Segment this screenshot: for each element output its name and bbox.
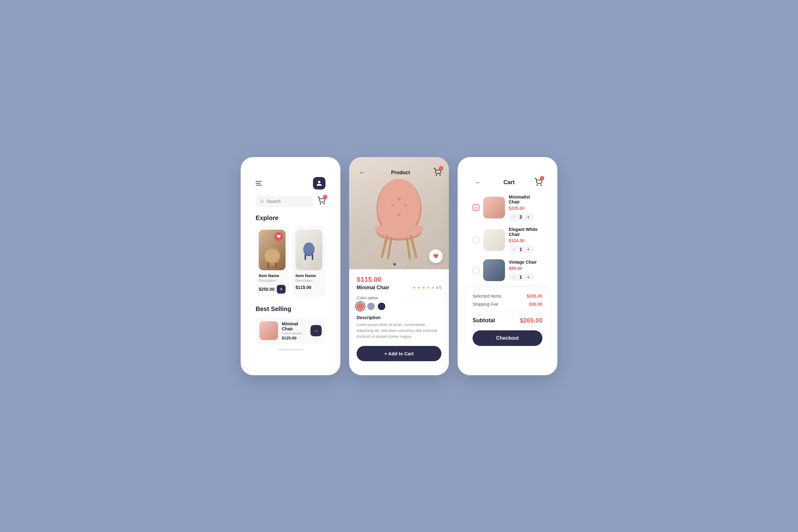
cart-item-3-price: $89.00 [509, 266, 543, 271]
back-button[interactable]: ← [357, 167, 368, 178]
description-text: Lorem ipsum dolor sit amet, consectetuer… [357, 322, 441, 340]
best-item-1[interactable]: Minimal Chair Lorem Ipsum $125.00 → [255, 318, 325, 344]
cart-summary: Selected Items $235.00 Shipping Fee $30.… [465, 287, 550, 356]
explore-card-1[interactable]: Item Name Description $250.00 + [255, 227, 289, 297]
svg-point-9 [304, 243, 314, 254]
favorite-button-1[interactable] [274, 232, 283, 241]
cart-back-button[interactable]: ← [473, 177, 484, 188]
color-section: Color option [357, 296, 441, 310]
svg-point-16 [397, 197, 401, 201]
cart-header-icon[interactable]: 0 [534, 178, 543, 187]
home-screen: 0 Explore [241, 157, 340, 375]
qty-decrease-1[interactable]: - [512, 214, 516, 220]
qty-value-3: 1 [518, 274, 524, 280]
checkout-button[interactable]: Checkout [473, 330, 543, 346]
product-name-rating: Minimal Chair ★ ★ ★ ★ ★ 4.5 [357, 285, 441, 290]
star-half: ★ [432, 285, 435, 290]
subtotal-value: $265.00 [520, 317, 543, 324]
qty-decrease-2[interactable]: - [512, 247, 516, 252]
product-rating: ★ ★ ★ ★ ★ 4.5 [413, 285, 441, 290]
selected-items-row: Selected Items $235.00 [473, 293, 543, 299]
favorite-float-button[interactable] [429, 249, 443, 263]
qty-value-2: 1 [518, 247, 524, 252]
svg-point-1 [324, 203, 324, 204]
product-price: $115.00 [357, 276, 441, 284]
user-avatar-button[interactable] [313, 177, 325, 189]
qty-value-1: 2 [518, 214, 524, 220]
shipping-row: Shipping Fee $30.00 [473, 302, 543, 307]
best-selling-title: Best Selling [248, 305, 333, 312]
cart-item-3: Vintage Chair $89.00 - 1 + [473, 259, 543, 281]
cart-item-1-checkbox[interactable] [473, 204, 479, 211]
search-icon [260, 199, 264, 204]
product-header: ← Product 0 [349, 157, 449, 183]
selected-items-value: $235.00 [527, 293, 543, 299]
image-dots [393, 263, 405, 266]
color-option-purple[interactable] [367, 303, 375, 310]
check-icon [474, 205, 478, 210]
svg-point-5 [265, 249, 280, 263]
product-details: $115.00 Minimal Chair ★ ★ ★ ★ ★ 4.5 Colo… [349, 269, 449, 368]
best-item-1-info: Minimal Chair Lorem Ipsum $125.00 [282, 321, 307, 340]
color-options [357, 303, 441, 310]
product-image-area: ← Product 0 [349, 157, 449, 269]
cart-items-list: Minimalist Chair $235.00 - 2 + Elegant W… [465, 194, 550, 281]
explore-card-2-image [296, 230, 322, 270]
svg-rect-8 [312, 254, 313, 260]
add-to-cart-button[interactable]: + Add to Cart [357, 346, 441, 361]
product-cart-button[interactable]: 0 [433, 168, 441, 177]
cart-item-2-info: Elegant White Chair $124.00 - 1 + [509, 227, 543, 253]
cart-item-3-checkbox[interactable] [473, 267, 479, 274]
explore-card-1-price: $250.00 [259, 287, 274, 292]
search-box[interactable] [255, 196, 313, 207]
star-1: ★ [413, 285, 416, 290]
star-2: ★ [417, 285, 421, 290]
qty-increase-1[interactable]: + [526, 214, 531, 220]
explore-card-2-name: Item Name [296, 273, 322, 278]
color-label: Color option [357, 296, 441, 300]
svg-rect-7 [305, 254, 306, 260]
svg-point-11 [440, 174, 440, 175]
menu-icon[interactable] [255, 181, 262, 186]
svg-point-0 [320, 203, 321, 204]
scroll-bar [278, 349, 303, 350]
explore-card-1-image [259, 230, 286, 270]
svg-point-24 [375, 226, 386, 232]
svg-rect-3 [267, 262, 269, 269]
cart-item-1-name: Minimalist Chair [509, 194, 543, 205]
explore-card-2[interactable]: Item Name Description $115.00 [292, 227, 325, 297]
svg-line-22 [388, 238, 391, 258]
user-icon [316, 180, 322, 186]
cart-icon-button[interactable]: 0 [317, 197, 325, 206]
heart-float-icon [433, 253, 439, 259]
blue-chair-illustration [300, 238, 318, 262]
cart-badge: 0 [323, 195, 327, 199]
cart-screen: ← Cart 0 [458, 157, 557, 375]
heart-icon [277, 234, 281, 239]
qty-increase-2[interactable]: + [526, 247, 531, 252]
explore-title: Explore [248, 214, 333, 222]
color-option-dark[interactable] [378, 303, 385, 310]
cart-item-1: Minimalist Chair $235.00 - 2 + [473, 194, 543, 221]
star-3: ★ [422, 285, 425, 290]
explore-card-2-price: $115.00 [296, 285, 311, 290]
qty-decrease-3[interactable]: - [512, 274, 516, 280]
cart-item-1-info: Minimalist Chair $235.00 - 2 + [509, 194, 543, 221]
cart-header: ← Cart 0 [465, 167, 550, 194]
svg-point-10 [436, 174, 437, 175]
cart-item-2-image [483, 229, 505, 251]
brown-chair-illustration [261, 242, 283, 270]
shipping-value: $30.00 [529, 302, 543, 307]
color-option-red[interactable] [357, 303, 364, 310]
description-section: Description Lorem ipsum dolor sit amet, … [357, 315, 441, 340]
search-input[interactable] [267, 199, 309, 204]
cart-item-3-info: Vintage Chair $89.00 - 1 + [509, 260, 543, 281]
cart-item-2-name: Elegant White Chair [509, 227, 543, 237]
screens-container: 0 Explore [241, 157, 557, 375]
subtotal-row: Subtotal $265.00 [473, 317, 543, 324]
pink-chair-svg [365, 174, 433, 265]
add-button-1[interactable]: + [277, 285, 286, 293]
qty-increase-3[interactable]: + [526, 274, 531, 280]
best-item-1-arrow[interactable]: → [310, 325, 322, 336]
cart-item-2-checkbox[interactable] [473, 236, 479, 243]
